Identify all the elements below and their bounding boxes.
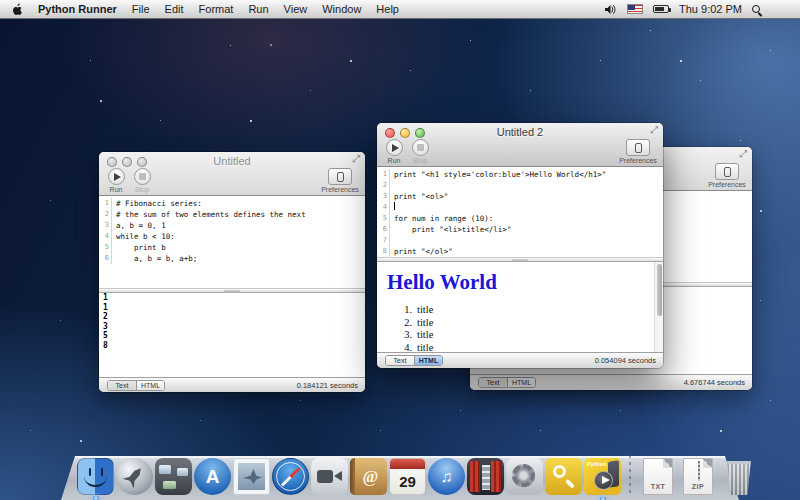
play-icon xyxy=(114,173,121,181)
preferences-icon xyxy=(724,167,731,177)
preferences-icon xyxy=(337,172,344,182)
input-source-flag-icon[interactable] xyxy=(627,4,643,14)
stop-icon xyxy=(139,173,146,180)
code-line: 4while b < 10: xyxy=(99,231,365,242)
code-line: 8print "</ol>" xyxy=(377,246,663,257)
scrollbar-thumb[interactable] xyxy=(657,264,662,316)
photo-booth-icon[interactable] xyxy=(467,458,504,495)
status-bar: Text HTML 0.054094 seconds xyxy=(377,352,663,368)
tab-text[interactable]: Text xyxy=(108,381,136,390)
output-scrollbar[interactable] xyxy=(654,262,663,352)
trash-icon[interactable] xyxy=(725,461,753,495)
status-bar: Text HTML 4.676744 seconds xyxy=(470,374,752,390)
window-untitled: Untitled ⤢ Run Stop Preferences 1# Fibon… xyxy=(99,152,365,392)
dock: 29 Python TXT ZIP xyxy=(61,452,739,500)
system-preferences-icon[interactable] xyxy=(506,458,543,495)
menu-window[interactable]: Window xyxy=(322,3,361,15)
search-utility-icon[interactable] xyxy=(545,458,582,495)
finder-icon[interactable] xyxy=(77,458,114,495)
tab-html[interactable]: HTML xyxy=(414,356,442,365)
output-mode-tabs: Text HTML xyxy=(385,355,443,366)
window-title: Untitled xyxy=(129,155,335,167)
elapsed-time: 0.184121 seconds xyxy=(297,381,358,390)
launchpad-icon[interactable] xyxy=(116,458,153,495)
output-line: 2 xyxy=(99,312,365,322)
output-mode-tabs: Text HTML xyxy=(107,380,165,391)
tab-html[interactable]: HTML xyxy=(136,381,164,390)
safari-icon[interactable] xyxy=(272,458,309,495)
tab-text[interactable]: Text xyxy=(386,356,414,365)
menubar-clock[interactable]: Thu 9:02 PM xyxy=(679,3,742,15)
code-line: 2# the sum of two elements defines the n… xyxy=(99,209,365,220)
apple-menu-icon[interactable] xyxy=(12,3,23,16)
elapsed-time: 0.054094 seconds xyxy=(595,356,656,365)
titlebar-untitled[interactable]: Untitled ⤢ Run Stop Preferences xyxy=(99,152,365,196)
menu-app-name[interactable]: Python Runner xyxy=(38,3,117,15)
run-button[interactable]: Run xyxy=(382,139,406,164)
output-line: 1 xyxy=(99,293,365,303)
code-line: 5for num in range (10): xyxy=(377,213,663,224)
menu-view[interactable]: View xyxy=(284,3,308,15)
close-button[interactable] xyxy=(385,128,395,138)
list-item: 1.title xyxy=(377,304,663,317)
list-item: 4.title xyxy=(377,342,663,353)
code-line: 7 xyxy=(377,235,663,246)
code-line: 6 print "<li>title</li>" xyxy=(377,224,663,235)
menu-edit[interactable]: Edit xyxy=(165,3,184,15)
zip-document-icon[interactable]: ZIP xyxy=(683,458,713,495)
code-line: 1# Fibonacci series: xyxy=(99,198,365,209)
elapsed-time: 4.676744 seconds xyxy=(684,378,745,387)
window-untitled-2: Untitled 2 ⤢ Run Stop Preferences 1print… xyxy=(377,123,663,368)
app-store-icon[interactable] xyxy=(194,458,231,495)
spotlight-icon[interactable] xyxy=(752,5,760,13)
preferences-button[interactable]: Preferences xyxy=(706,163,748,188)
python-runner-icon[interactable]: Python xyxy=(584,458,621,495)
menu-bar: Python Runner File Edit Format Run View … xyxy=(0,0,800,19)
stop-button[interactable]: Stop xyxy=(130,168,154,193)
address-book-icon[interactable] xyxy=(350,458,387,495)
preferences-button[interactable]: Preferences xyxy=(319,168,361,193)
fullscreen-icon[interactable]: ⤢ xyxy=(352,153,360,165)
list-item: 2.title xyxy=(377,317,663,330)
tab-html[interactable]: HTML xyxy=(507,378,535,387)
itunes-icon[interactable] xyxy=(428,458,465,495)
code-line: 6 a, b = b, a+b; xyxy=(99,253,365,264)
mission-control-icon[interactable] xyxy=(155,458,192,495)
titlebar-untitled-2[interactable]: Untitled 2 ⤢ Run Stop Preferences xyxy=(377,123,663,167)
menu-file[interactable]: File xyxy=(132,3,150,15)
stop-icon xyxy=(417,144,424,151)
output-line: 8 xyxy=(99,341,365,351)
code-line: 4 xyxy=(377,202,663,213)
battery-icon[interactable] xyxy=(653,5,669,13)
tab-text[interactable]: Text xyxy=(479,378,507,387)
facetime-icon[interactable] xyxy=(311,458,348,495)
menu-format[interactable]: Format xyxy=(199,3,234,15)
run-button[interactable]: Run xyxy=(104,168,128,193)
fullscreen-icon[interactable]: ⤢ xyxy=(650,124,658,136)
text-cursor xyxy=(394,202,395,210)
menu-help[interactable]: Help xyxy=(376,3,399,15)
html-output-pane[interactable]: Hello World 1.title 2.title 3.title 4.ti… xyxy=(377,262,663,352)
output-line: 1 xyxy=(99,303,365,313)
close-button[interactable] xyxy=(107,157,117,167)
txt-document-icon[interactable]: TXT xyxy=(643,458,673,495)
volume-icon[interactable] xyxy=(604,4,617,15)
output-pane[interactable]: 1 1 2 3 5 8 xyxy=(99,293,365,377)
calendar-icon[interactable]: 29 xyxy=(389,458,426,495)
menu-run[interactable]: Run xyxy=(248,3,268,15)
running-indicator xyxy=(92,496,100,500)
preferences-button[interactable]: Preferences xyxy=(617,139,659,164)
window-title: Untitled 2 xyxy=(407,126,633,138)
rendered-list: 1.title 2.title 3.title 4.title 5.title … xyxy=(377,304,663,352)
output-line: 5 xyxy=(99,331,365,341)
code-editor[interactable]: 1print "<h1 style='color:blue'>Hello Wor… xyxy=(377,167,663,257)
code-line: 1print "<h1 style='color:blue'>Hello Wor… xyxy=(377,169,663,180)
code-editor[interactable]: 1# Fibonacci series: 2# the sum of two e… xyxy=(99,196,365,288)
dock-separator xyxy=(629,455,631,495)
mail-icon[interactable] xyxy=(233,458,270,495)
status-bar: Text HTML 0.184121 seconds xyxy=(99,377,365,392)
fullscreen-icon[interactable]: ⤢ xyxy=(739,148,747,160)
list-item: 3.title xyxy=(377,329,663,342)
code-line: 5 print b xyxy=(99,242,365,253)
stop-button[interactable]: Stop xyxy=(408,139,432,164)
